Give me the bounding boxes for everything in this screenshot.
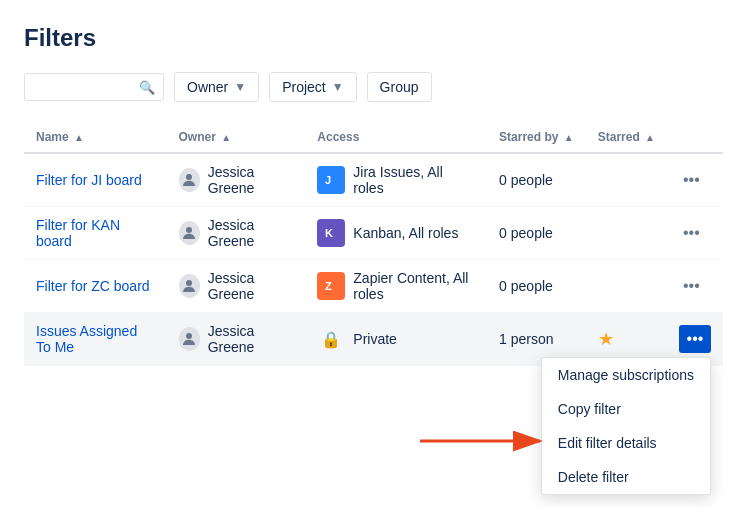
- access-icon: K: [317, 219, 345, 247]
- star-icon[interactable]: ★: [598, 329, 614, 349]
- filter-name-cell: Filter for KAN board: [24, 207, 167, 260]
- actions-cell: •••: [667, 207, 723, 260]
- col-starred: Starred ▲: [586, 122, 667, 153]
- access-icon: 🔒: [317, 325, 345, 353]
- owner-cell: Jessica Greene: [167, 207, 306, 260]
- context-menu-item[interactable]: Delete filter: [542, 460, 710, 494]
- search-input[interactable]: [33, 79, 135, 95]
- more-options-button[interactable]: •••: [679, 273, 704, 299]
- filter-name-cell: Issues Assigned To Me: [24, 313, 167, 366]
- svg-text:J: J: [325, 174, 331, 186]
- starred-by-cell: 0 people: [487, 207, 586, 260]
- access-cell: KKanban, All roles: [305, 207, 487, 260]
- owner-name: Jessica Greene: [208, 270, 294, 302]
- access-cell: 🔒Private: [305, 313, 487, 366]
- more-menu-wrapper: •••Manage subscriptionsCopy filterEdit f…: [679, 325, 711, 353]
- svg-point-6: [186, 280, 192, 286]
- filter-name-cell: Filter for ZC board: [24, 260, 167, 313]
- avatar: [179, 221, 200, 245]
- search-icon: 🔍: [139, 80, 155, 95]
- context-menu-item[interactable]: Manage subscriptions: [542, 358, 710, 392]
- filter-name-link[interactable]: Filter for JI board: [36, 172, 142, 188]
- toolbar: 🔍 Owner ▼ Project ▼ Group: [24, 72, 723, 102]
- actions-cell: •••Manage subscriptionsCopy filterEdit f…: [667, 313, 723, 366]
- access-icon: Z: [317, 272, 345, 300]
- chevron-down-icon: ▼: [234, 80, 246, 94]
- owner-cell: Jessica Greene: [167, 313, 306, 366]
- filter-name-cell: Filter for JI board: [24, 153, 167, 207]
- access-cell: ZZapier Content, All roles: [305, 260, 487, 313]
- svg-point-0: [186, 174, 192, 180]
- avatar: [179, 327, 200, 351]
- starred-by-cell: 0 people: [487, 153, 586, 207]
- table-row: Filter for KAN boardJessica GreeneKKanba…: [24, 207, 723, 260]
- actions-cell: •••: [667, 153, 723, 207]
- starred-cell: [586, 260, 667, 313]
- avatar: [179, 168, 200, 192]
- col-name: Name ▲: [24, 122, 167, 153]
- col-owner: Owner ▲: [167, 122, 306, 153]
- owner-dropdown[interactable]: Owner ▼: [174, 72, 259, 102]
- table-row: Filter for JI boardJessica GreeneJJira I…: [24, 153, 723, 207]
- filter-name-link[interactable]: Filter for ZC board: [36, 278, 150, 294]
- search-box[interactable]: 🔍: [24, 73, 164, 101]
- actions-cell: •••: [667, 260, 723, 313]
- context-menu-item[interactable]: Edit filter details: [542, 426, 710, 460]
- access-icon: J: [317, 166, 345, 194]
- project-dropdown[interactable]: Project ▼: [269, 72, 356, 102]
- access-cell: JJira Issues, All roles: [305, 153, 487, 207]
- more-options-button[interactable]: •••: [679, 167, 704, 193]
- starred-by-cell: 0 people: [487, 260, 586, 313]
- owner-name: Jessica Greene: [208, 217, 294, 249]
- page-title: Filters: [24, 24, 723, 52]
- col-starred-by: Starred by ▲: [487, 122, 586, 153]
- owner-cell: Jessica Greene: [167, 260, 306, 313]
- svg-point-9: [186, 333, 192, 339]
- group-button[interactable]: Group: [367, 72, 432, 102]
- filters-table: Name ▲ Owner ▲ Access Starred by ▲ Starr…: [24, 122, 723, 366]
- table-row: Filter for ZC boardJessica GreeneZZapier…: [24, 260, 723, 313]
- owner-label: Owner: [187, 79, 228, 95]
- col-actions: [667, 122, 723, 153]
- context-menu-item[interactable]: Copy filter: [542, 392, 710, 426]
- owner-name: Jessica Greene: [208, 164, 294, 196]
- avatar: [179, 274, 200, 298]
- table-row: Issues Assigned To MeJessica Greene🔒Priv…: [24, 313, 723, 366]
- more-options-button[interactable]: •••: [679, 220, 704, 246]
- svg-point-3: [186, 227, 192, 233]
- filter-name-link[interactable]: Issues Assigned To Me: [36, 323, 137, 355]
- col-access: Access: [305, 122, 487, 153]
- chevron-down-icon: ▼: [332, 80, 344, 94]
- starred-cell: [586, 153, 667, 207]
- access-text: Jira Issues, All roles: [353, 164, 475, 196]
- starred-cell: [586, 207, 667, 260]
- project-label: Project: [282, 79, 326, 95]
- owner-cell: Jessica Greene: [167, 153, 306, 207]
- owner-name: Jessica Greene: [208, 323, 294, 355]
- filters-page: Filters 🔍 Owner ▼ Project ▼ Group Name ▲…: [0, 0, 747, 390]
- svg-text:K: K: [325, 227, 333, 239]
- svg-text:Z: Z: [325, 280, 332, 292]
- access-text: Zapier Content, All roles: [353, 270, 475, 302]
- context-menu: Manage subscriptionsCopy filterEdit filt…: [541, 357, 711, 495]
- filter-name-link[interactable]: Filter for KAN board: [36, 217, 120, 249]
- more-options-button[interactable]: •••: [679, 325, 711, 353]
- access-text: Private: [353, 331, 397, 347]
- access-text: Kanban, All roles: [353, 225, 458, 241]
